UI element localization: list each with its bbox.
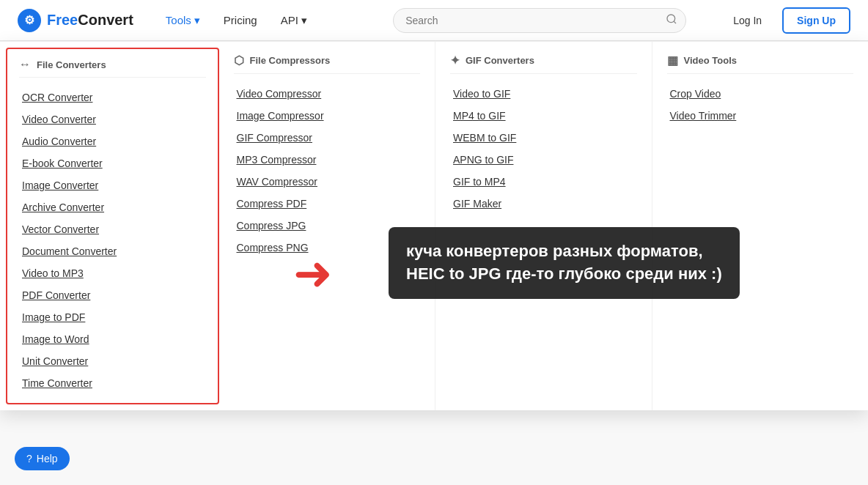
- svg-line-1: [674, 21, 676, 23]
- search-input[interactable]: [393, 8, 686, 33]
- search-icon: [666, 13, 677, 28]
- search-bar: [393, 8, 686, 33]
- gif-converters-icon: ✦: [450, 53, 460, 67]
- nav-api[interactable]: API ▾: [272, 8, 316, 33]
- gif-converters-column: ✦ GIF Converters Video to GIF MP4 to GIF…: [435, 42, 652, 67]
- logo[interactable]: ⚙ FreeConvert: [18, 9, 133, 32]
- file-converters-icon: ↔: [19, 58, 31, 67]
- video-tools-column: ▦ Video Tools Crop Video Video Trimmer: [652, 42, 869, 67]
- video-tools-icon: ▦: [667, 53, 678, 67]
- file-compressors-column: ⬡ File Compressors Video Compressor Imag…: [219, 42, 436, 67]
- file-compressors-icon: ⬡: [234, 53, 244, 67]
- chevron-down-icon: ▾: [194, 14, 200, 27]
- login-button[interactable]: Log In: [721, 9, 773, 32]
- video-tools-header: ▦ Video Tools: [667, 53, 854, 67]
- svg-point-0: [667, 15, 675, 23]
- file-converters-column: ↔ File Converters OCR Converter Video Co…: [6, 48, 219, 67]
- header-actions: Log In Sign Up: [721, 7, 850, 34]
- signup-button[interactable]: Sign Up: [782, 7, 850, 34]
- header: ⚙ FreeConvert Tools ▾ Pricing API ▾ Log …: [0, 0, 868, 41]
- logo-text: FreeConvert: [47, 12, 133, 29]
- nav-pricing[interactable]: Pricing: [215, 8, 266, 32]
- nav-tools[interactable]: Tools ▾: [157, 8, 209, 33]
- logo-icon: ⚙: [18, 9, 41, 32]
- main-nav: Tools ▾ Pricing API ▾: [157, 8, 316, 33]
- file-compressors-header: ⬡ File Compressors: [234, 53, 421, 67]
- tools-dropdown: ↔ File Converters OCR Converter Video Co…: [0, 41, 868, 67]
- gif-converters-header: ✦ GIF Converters: [450, 53, 637, 67]
- file-converters-header: ↔ File Converters: [19, 58, 206, 67]
- chevron-down-icon: ▾: [301, 14, 307, 27]
